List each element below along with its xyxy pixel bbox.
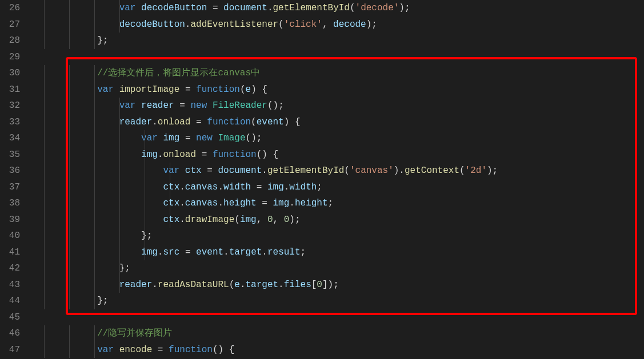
code-line[interactable] (31, 49, 644, 66)
token-op: = (213, 3, 218, 13)
code-line[interactable]: }; (31, 293, 644, 309)
indent-guide (94, 260, 95, 277)
code-line[interactable]: ctx.canvas.width = img.width; (31, 179, 644, 196)
token-kw: var (163, 166, 179, 176)
line-number: 34 (6, 130, 20, 147)
line-number: 42 (6, 260, 20, 277)
code-line[interactable]: }; (31, 260, 644, 277)
token-var: event (196, 247, 223, 257)
indent-guide (69, 179, 70, 196)
token-var: e (234, 280, 240, 290)
indent-guide (44, 163, 45, 179)
code-line[interactable]: decodeButton.addEventListener('click', d… (31, 17, 644, 33)
indent-guide (44, 260, 45, 277)
indent-guide (69, 65, 70, 82)
token-str: '2d' (465, 166, 487, 176)
code-line[interactable]: var importImage = function(e) { (31, 82, 644, 98)
token-prop: src (163, 247, 179, 257)
indent-guide (94, 195, 95, 212)
indent-guide (94, 82, 95, 98)
line-number: 39 (6, 212, 20, 228)
indent-guide (94, 277, 95, 293)
token-punct: ( (251, 117, 257, 127)
code-line[interactable]: reader.readAsDataURL(e.target.files[0]); (31, 277, 644, 293)
token-punct: ); (289, 215, 300, 225)
indent-guide (69, 147, 70, 163)
indent-guide (119, 17, 120, 33)
code-line[interactable]: img.src = event.target.result; (31, 244, 644, 261)
token-var: document (223, 3, 267, 13)
token-str: 'canvas' (350, 166, 394, 176)
token-punct: }; (119, 263, 130, 273)
code-line[interactable]: //选择文件后，将图片显示在canvas中 (31, 65, 644, 82)
code-line[interactable]: }; (31, 228, 644, 244)
indent-guide (44, 179, 45, 196)
token-punct: ( (350, 3, 355, 13)
indent-guide (119, 277, 120, 293)
indent-guide (44, 277, 45, 293)
token-op: = (185, 84, 191, 95)
indent-guide (44, 147, 45, 163)
code-area[interactable]: var decodeButton = document.getElementBy… (31, 0, 644, 359)
token-var: ctx (163, 182, 179, 192)
indent-guide (94, 325, 95, 342)
indent-guide (94, 130, 95, 147)
token-fn: getContext (405, 166, 459, 176)
token-kw: function (169, 345, 213, 355)
indent-guide (69, 98, 70, 114)
code-line[interactable]: ctx.canvas.height = img.height; (31, 195, 644, 212)
token-punct: ); (487, 166, 498, 176)
token-punct: . (218, 198, 223, 208)
indent-guide (145, 228, 145, 244)
indent-guide (44, 82, 45, 98)
code-line[interactable]: reader.onload = function(event) { (31, 114, 644, 131)
code-line[interactable]: img.onload = function() { (31, 147, 644, 163)
token-punct: ; (328, 198, 334, 208)
token-var: img (240, 215, 257, 225)
token-fn: onload (158, 117, 191, 127)
token-cls: Image (218, 133, 246, 143)
indent-guide (145, 212, 145, 228)
token-op: = (202, 150, 207, 160)
indent-guide (119, 98, 120, 114)
code-line[interactable]: var reader = new FileReader(); (31, 98, 644, 114)
code-line[interactable] (31, 309, 644, 326)
indent-guide (44, 325, 45, 342)
indent-guide (119, 212, 120, 228)
indent-guide (119, 244, 120, 261)
code-line[interactable]: //隐写并保存图片 (31, 325, 644, 342)
token-punct: ); (366, 19, 377, 30)
code-line[interactable]: var decodeButton = document.getElementBy… (31, 0, 644, 17)
token-punct: . (158, 150, 163, 160)
code-line[interactable]: var encode = function() { (31, 342, 644, 358)
indent-guide (94, 293, 95, 309)
code-editor[interactable]: 2627282930313233343536373839404142434445… (0, 0, 644, 359)
indent-guide (94, 17, 95, 33)
token-prop: canvas (185, 198, 218, 208)
indent-guide (69, 260, 70, 277)
token-num: 0 (317, 280, 322, 290)
token-var: ctx (185, 166, 202, 176)
token-var: ctx (163, 215, 179, 225)
indent-guide (69, 325, 70, 342)
code-line[interactable]: var img = new Image(); (31, 130, 644, 147)
token-punct: . (262, 247, 267, 257)
token-var: decode (333, 19, 366, 30)
token-punct: ( (344, 166, 350, 176)
code-line[interactable]: var ctx = document.getElementById('canva… (31, 163, 644, 179)
indent-guide (119, 147, 120, 163)
token-kw: var (97, 345, 114, 355)
indent-guide (119, 163, 120, 179)
token-fn: importImage (119, 84, 180, 95)
token-var: document (218, 166, 262, 176)
token-punct: . (218, 182, 223, 192)
token-var: img (163, 133, 179, 143)
token-fn: drawImage (185, 215, 234, 225)
code-line[interactable]: ctx.drawImage(img, 0, 0); (31, 212, 644, 228)
indent-guide (119, 228, 120, 244)
code-line[interactable]: }; (31, 33, 644, 49)
indent-guide (94, 179, 95, 196)
token-punct: . (278, 280, 284, 290)
token-var: reader (119, 117, 153, 127)
token-punct: }; (97, 296, 108, 306)
